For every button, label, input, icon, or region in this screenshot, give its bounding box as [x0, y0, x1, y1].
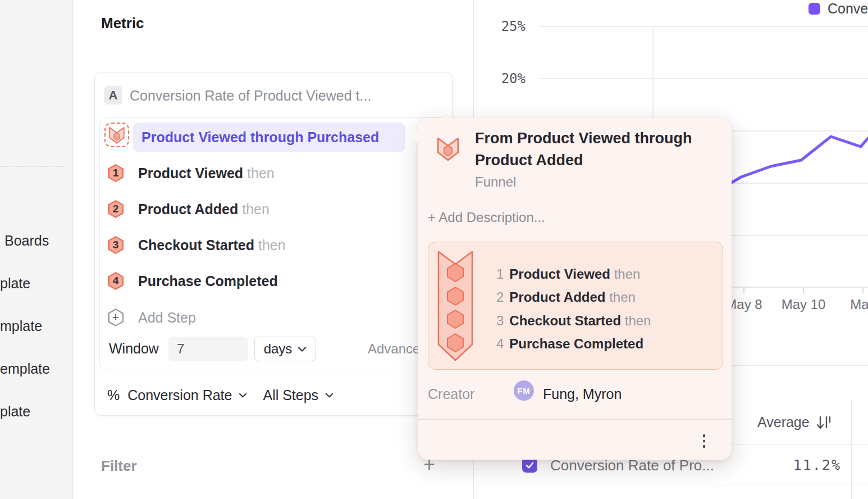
measure-dropdown-label: Conversion Rate	[127, 387, 232, 403]
sidebar: Boards plate mplate emplate plate	[0, 0, 73, 499]
legend-label: Conver	[828, 1, 868, 17]
popover-step-1: 1Product Viewed then	[496, 262, 651, 286]
sidebar-item-template-1[interactable]: plate	[0, 274, 30, 293]
sidebar-item-template-4[interactable]: plate	[0, 402, 30, 421]
funnel-step-4[interactable]: 4 Purchase Completed	[100, 270, 437, 292]
funnel-step-3[interactable]: 3 Checkout Started then	[100, 234, 437, 256]
plus-hexagon-icon: +	[108, 309, 124, 326]
funnel-icon	[108, 126, 125, 144]
table-row-average-value: 11.2%	[729, 457, 841, 473]
average-column-header[interactable]: Average	[757, 414, 832, 430]
popover-step-2: 2Product Added then	[496, 286, 651, 310]
funnel-analysis-screen: Boards plate mplate emplate plate Metric…	[0, 0, 868, 499]
add-step-label: Add Step	[138, 310, 196, 326]
add-step-button[interactable]: + Add Step	[100, 306, 437, 329]
funnel-icon	[436, 136, 460, 162]
window-unit-label: days	[264, 341, 293, 357]
sidebar-divider	[0, 166, 64, 167]
funnel-steps-box: 1Product Viewed then 2Product Added then…	[428, 242, 723, 370]
metric-heading: Metric	[101, 15, 144, 32]
popover-subtitle: Funnel	[475, 174, 516, 190]
measure-dropdown[interactable]: Conversion Rate	[127, 387, 247, 403]
step-3-name: Checkout Started	[138, 237, 254, 253]
add-description-link[interactable]: + Add Description...	[428, 210, 545, 225]
popover-step-4: 4Purchase Completed	[496, 333, 651, 356]
window-value-input[interactable]	[168, 337, 248, 361]
funnel-ribbon-icon	[436, 249, 474, 363]
y-axis-tick-label: 25%	[486, 19, 526, 34]
creator-avatar: FM	[514, 380, 534, 401]
popover-step-list: 1Product Viewed then 2Product Added then…	[496, 262, 651, 356]
step-1-connector: then	[247, 165, 275, 181]
step-2-badge: 2	[108, 200, 124, 218]
funnel-step-1[interactable]: 1 Product Viewed then	[100, 162, 437, 184]
series-checkbox[interactable]	[522, 457, 537, 473]
window-row: Window days Advanced	[100, 337, 449, 361]
steps-scope-dropdown[interactable]: All Steps	[263, 387, 334, 403]
window-label: Window	[109, 341, 159, 357]
average-header-label: Average	[757, 414, 810, 430]
more-options-button[interactable]	[697, 432, 711, 451]
funnel-step-2[interactable]: 2 Product Added then	[100, 198, 437, 220]
selected-funnel-event[interactable]: Product Viewed through Purchased	[133, 123, 405, 152]
check-icon	[524, 460, 535, 470]
filter-heading: Filter	[101, 457, 137, 475]
legend-item[interactable]: Conver	[808, 1, 868, 17]
percent-icon: %	[107, 387, 120, 403]
sidebar-item-template-3[interactable]: emplate	[0, 359, 50, 378]
sidebar-item-boards[interactable]: Boards	[4, 231, 49, 250]
metric-card: A Conversion Rate of Product Viewed t...…	[94, 72, 453, 416]
chevron-down-icon	[239, 393, 247, 398]
legend-swatch	[808, 3, 820, 15]
creator-label: Creator	[428, 386, 474, 402]
popover-title: From Product Viewed through Product Adde…	[475, 128, 716, 171]
popover-footer-divider	[418, 419, 732, 420]
table-row-border	[474, 484, 868, 484]
step-3-badge: 3	[108, 236, 124, 254]
metric-letter-badge: A	[104, 86, 122, 105]
step-3-connector: then	[258, 237, 286, 253]
funnel-type-icon[interactable]	[104, 123, 129, 147]
measure-row: % Conversion Rate All Steps	[107, 385, 349, 405]
sidebar-item-template-2[interactable]: mplate	[0, 316, 42, 335]
chevron-down-icon	[325, 393, 334, 398]
sort-descending-icon	[815, 415, 832, 430]
y-axis-tick-label: 20%	[486, 71, 526, 87]
step-1-badge: 1	[108, 164, 124, 182]
x-axis-tick-label: May 10	[782, 297, 826, 312]
funnel-details-popover: From Product Viewed through Product Adde…	[418, 118, 732, 460]
steps-scope-label: All Steps	[263, 387, 318, 403]
step-2-connector: then	[242, 201, 269, 217]
x-axis-tick-label: May	[850, 297, 868, 312]
metric-name-field[interactable]: Conversion Rate of Product Viewed t...	[130, 88, 371, 104]
step-4-name: Purchase Completed	[138, 273, 278, 289]
step-1-name: Product Viewed	[138, 165, 243, 181]
popover-step-3: 3Checkout Started then	[496, 309, 651, 333]
window-unit-select[interactable]: days	[254, 337, 316, 361]
funnel-events-box: Product Viewed through Purchased 1 Produ…	[99, 117, 449, 370]
step-2-name: Product Added	[138, 201, 238, 217]
creator-name: Fung, Myron	[543, 386, 622, 402]
step-4-badge: 4	[108, 272, 124, 290]
chevron-down-icon	[298, 347, 307, 352]
